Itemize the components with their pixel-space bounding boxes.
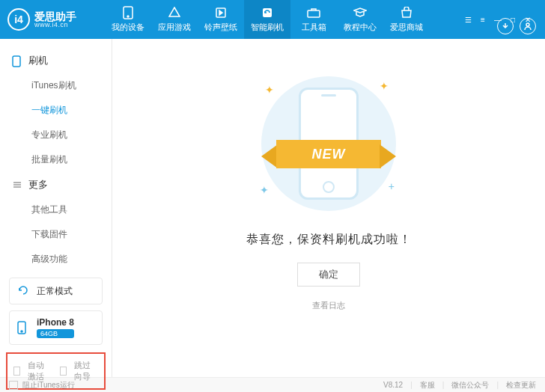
nav-flash[interactable]: 智能刷机 [244, 0, 290, 39]
version-label: V8.12 [383, 381, 403, 389]
nav-my-device[interactable]: 我的设备 [105, 0, 151, 39]
apps-icon [168, 6, 181, 19]
refresh-icon [17, 284, 31, 298]
main-content: ✦ ✦ ✦ + NEW 恭喜您，保资料刷机成功啦！ 确定 查看日志 [112, 39, 545, 377]
sidebar: 刷机 iTunes刷机 一键刷机 专业刷机 批量刷机 更多 其他工具 下载固件 … [0, 39, 112, 377]
brand-logo: i4 爱思助手 www.i4.cn [7, 8, 105, 31]
sidebar-item-pro-flash[interactable]: 专业刷机 [0, 123, 112, 147]
sidebar-item-itunes-flash[interactable]: iTunes刷机 [0, 73, 112, 98]
svg-point-11 [21, 331, 22, 332]
flash-icon [261, 6, 274, 19]
phone-icon [12, 55, 22, 66]
logo-icon: i4 [7, 8, 30, 31]
section-flash: 刷机 [0, 48, 112, 73]
nav-shop[interactable]: 爱思商城 [383, 0, 430, 39]
sidebar-item-advanced[interactable]: 高级功能 [0, 247, 112, 272]
sidebar-item-download-fw[interactable]: 下载固件 [0, 222, 112, 247]
checkbox-skip-guide[interactable] [60, 367, 67, 376]
section-more: 更多 [0, 172, 112, 197]
sidebar-item-batch-flash[interactable]: 批量刷机 [0, 147, 112, 172]
nav-apps[interactable]: 应用游戏 [151, 0, 198, 39]
phone-icon [121, 6, 135, 19]
device-info[interactable]: iPhone 8 64GB [9, 310, 103, 345]
footer-link-update[interactable]: 检查更新 [506, 380, 536, 391]
brand-name: 爱思助手 [34, 11, 76, 22]
success-message: 恭喜您，保资料刷机成功啦！ [246, 232, 412, 248]
device-icon [17, 321, 31, 334]
ok-button[interactable]: 确定 [297, 263, 360, 287]
footer-link-support[interactable]: 客服 [420, 380, 435, 391]
checkbox-block-itunes[interactable] [9, 381, 18, 390]
device-name: iPhone 8 [37, 317, 74, 328]
ribbon-new: NEW [276, 140, 381, 168]
more-icon [12, 180, 22, 190]
footer-link-wechat[interactable]: 微信公众号 [451, 380, 489, 391]
checkbox-auto-activate[interactable] [13, 367, 20, 376]
shop-icon [400, 6, 413, 19]
storage-badge: 64GB [37, 329, 74, 338]
music-icon [214, 6, 228, 19]
nav-toolbox[interactable]: 工具箱 [290, 0, 337, 39]
nav-tutorial[interactable]: 教程中心 [337, 0, 383, 39]
svg-rect-6 [13, 56, 20, 67]
titlebar: i4 爱思助手 www.i4.cn 我的设备 应用游戏 铃声壁纸 智能刷机 工具… [0, 0, 545, 39]
sidebar-item-other-tools[interactable]: 其他工具 [0, 197, 112, 222]
success-illustration: ✦ ✦ ✦ + NEW [246, 69, 411, 218]
brand-url: www.i4.cn [34, 22, 76, 28]
edu-icon [353, 6, 367, 19]
mode-status[interactable]: 正常模式 [9, 278, 103, 304]
sidebar-item-onekey-flash[interactable]: 一键刷机 [0, 98, 112, 123]
svg-rect-3 [263, 8, 272, 17]
svg-point-5 [526, 23, 529, 26]
view-log-link[interactable]: 查看日志 [312, 300, 345, 311]
hamburger-icon[interactable]: ☰ [463, 14, 473, 25]
toolbox-icon [307, 6, 320, 19]
svg-rect-4 [308, 10, 320, 17]
svg-point-1 [127, 16, 129, 17]
user-button[interactable] [520, 18, 536, 34]
nav-ringtones[interactable]: 铃声壁纸 [198, 0, 244, 39]
menu-icon[interactable]: ≡ [478, 14, 488, 25]
top-nav: 我的设备 应用游戏 铃声壁纸 智能刷机 工具箱 教程中心 爱思商城 [105, 0, 463, 39]
download-button[interactable] [497, 18, 514, 34]
